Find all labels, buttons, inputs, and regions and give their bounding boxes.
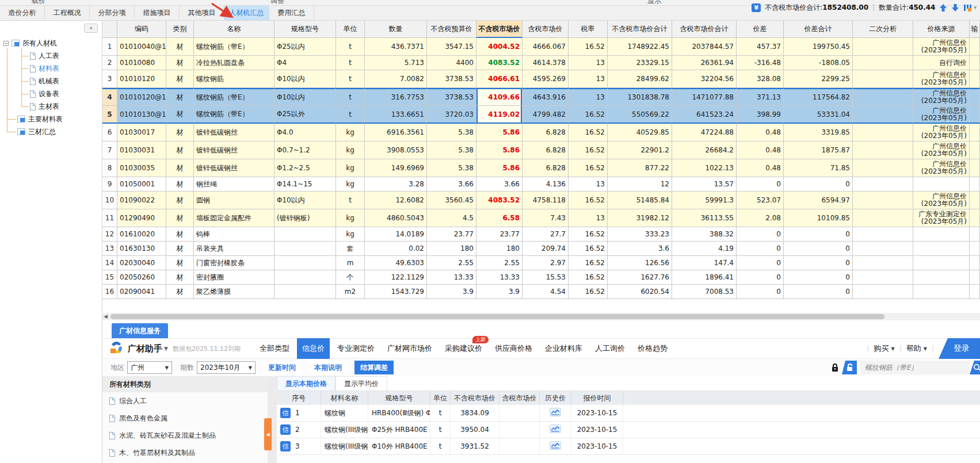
grid-cell-name[interactable]: 螺纹钢筋（带E） [194, 38, 274, 56]
grid-cell-diff[interactable]: 0 [737, 177, 784, 192]
grid-cell-market[interactable]: 5.86 [476, 159, 523, 177]
grid-cell-mtotal[interactable]: 1627.76 [608, 270, 672, 285]
info-badge[interactable]: 信 [280, 424, 291, 435]
grid-cell-qty[interactable]: 316.7753 [365, 88, 427, 106]
grid-cell-budget[interactable]: 13.33 [427, 270, 476, 285]
grid-cell-code[interactable]: 01010120@1 [117, 88, 166, 106]
grid-cell-name[interactable]: 墙板固定金属配件 [194, 209, 274, 227]
grid-cell-cat[interactable]: 材 [166, 70, 194, 88]
grid-cell-spec[interactable]: Φ10以内 [274, 192, 336, 209]
price-header-单位[interactable]: 单位 [430, 391, 451, 405]
grid-cell-mtotal[interactable]: 22901.2 [608, 141, 672, 159]
grid-cell-diff[interactable]: 398.99 [737, 106, 784, 124]
history-chart-icon[interactable] [550, 424, 561, 435]
grid-cell-extra[interactable] [970, 242, 980, 256]
gcl-menu-企业材料库[interactable]: 企业材料库 [540, 338, 588, 359]
gcl-menu-专业测定价[interactable]: 专业测定价 [332, 338, 380, 359]
grid-cell-rate[interactable]: 13 [569, 88, 608, 106]
sidebar-item-主要材料表[interactable]: 主要材料表 [17, 113, 63, 125]
grid-cell-unit[interactable]: kg [336, 177, 365, 192]
grid-cell-extra[interactable] [970, 124, 980, 141]
grid-cell-spec[interactable]: Φ1.2~2.5 [274, 159, 336, 177]
grid-cell-market[interactable]: 5.86 [476, 124, 523, 141]
grid-cell-mtotal[interactable]: 1301838.78 [608, 88, 672, 106]
grid-cell-qty[interactable]: 3908.0553 [365, 141, 427, 159]
gcl-menu-广材网市场价[interactable]: 广材网市场价 [382, 338, 437, 359]
help-menu[interactable]: 帮助▼ [906, 343, 927, 354]
grid-cell-rate[interactable]: 16.52 [569, 285, 608, 299]
grid-cell-mtotal[interactable]: 1748922.45 [608, 38, 672, 56]
grid-cell-rate[interactable]: 16.52 [569, 159, 608, 177]
grid-cell-rate[interactable]: 16.52 [569, 192, 608, 209]
grid-horizontal-scrollbar[interactable]: ◀ [102, 313, 980, 320]
grid-cell-ttotal[interactable]: 32204.56 [672, 70, 737, 88]
move-up-icon[interactable] [939, 3, 947, 12]
grid-header-规格型号[interactable]: 规格型号 [274, 21, 336, 38]
panel-collapse-handle[interactable]: ◀ [264, 418, 272, 450]
grid-cell-name[interactable]: 镀锌低碳钢丝 [194, 124, 274, 141]
grid-cell-second[interactable] [853, 227, 913, 242]
grid-cell-ttotal[interactable]: 4.19 [672, 242, 737, 256]
sidebar-item-材料表[interactable]: 材料表 [30, 62, 59, 75]
grid-header-二次分析[interactable]: 二次分析 [853, 21, 913, 38]
grid-cell-spec[interactable]: Φ10以内 [274, 88, 336, 106]
grid-cell-dtotal[interactable]: 199750.45 [784, 38, 853, 56]
grid-cell-dtotal[interactable]: 3319.85 [784, 124, 853, 141]
sidebar-item-三材汇总[interactable]: 三材汇总 [17, 125, 56, 138]
grid-cell-mtotal[interactable]: 40529.85 [608, 124, 672, 141]
grid-cell-second[interactable] [853, 270, 913, 285]
grid-header-名称[interactable]: 名称 [194, 21, 274, 38]
grid-cell-rownum[interactable]: 2 [102, 56, 117, 70]
grid-cell-second[interactable] [853, 285, 913, 299]
lock-open-icon[interactable] [842, 361, 857, 374]
grid-cell-code[interactable]: 01030017 [117, 124, 166, 141]
grid-cell-dtotal[interactable]: 2299.25 [784, 70, 853, 88]
grid-row[interactable]: 1001090022材圆钢Φ10以内t12.60823560.454083.52… [102, 192, 980, 209]
grid-cell-extra[interactable] [970, 38, 980, 56]
price-header-报价时间[interactable]: 报价时间 [571, 391, 623, 405]
grid-cell-rate[interactable]: 16.52 [569, 38, 608, 56]
grid-cell-unit[interactable]: kg [336, 209, 365, 227]
grid-cell-source[interactable] [913, 285, 970, 299]
grid-cell-extra[interactable] [970, 209, 980, 227]
grid-cell-extra[interactable] [970, 227, 980, 242]
grid-cell-unit[interactable]: m2 [336, 285, 365, 299]
grid-cell-taxed[interactable]: 4.54 [523, 285, 569, 299]
grid-header-单位[interactable]: 单位 [336, 21, 365, 38]
grid-cell-code[interactable]: 01050001 [117, 177, 166, 192]
grid-cell-mtotal[interactable]: 28499.62 [608, 70, 672, 88]
grid-cell-cat[interactable]: 材 [166, 256, 194, 270]
grid-cell-extra[interactable] [970, 56, 980, 70]
grid-cell-unit[interactable]: t [336, 106, 365, 124]
price-header-含税市场价[interactable]: 含税市场价 [499, 391, 540, 405]
grid-cell-spec[interactable]: Φ10以内 [274, 70, 336, 88]
grid-cell-mtotal[interactable]: 550569.22 [608, 106, 672, 124]
grid-cell-dtotal[interactable]: 6594.97 [784, 192, 853, 209]
grid-cell-source[interactable] [913, 177, 970, 192]
grid-cell-code[interactable]: 01610020 [117, 227, 166, 242]
grid-cell-taxed[interactable]: 15.53 [523, 270, 569, 285]
grid-cell-cat[interactable]: 材 [166, 192, 194, 209]
grid-cell-unit[interactable]: kg [336, 159, 365, 177]
price-header-序号[interactable]: 序号 [277, 391, 321, 405]
grid-cell-rownum[interactable]: 15 [102, 270, 117, 285]
price-row[interactable]: 信3螺纹钢(III级钢)Φ10外 HRB400Et3931.522023-10-… [277, 438, 980, 455]
grid-cell-unit[interactable]: t [336, 88, 365, 106]
grid-cell-spec[interactable] [274, 256, 336, 270]
grid-cell-rownum[interactable]: 9 [102, 177, 117, 192]
price-row[interactable]: 信2螺纹钢(III级钢)Φ25外 HRB400Et3950.042023-10-… [277, 422, 980, 438]
grid-cell-dtotal[interactable]: 71.85 [784, 159, 853, 177]
grid-cell-taxed[interactable]: 4.136 [523, 177, 569, 192]
grid-cell-mtotal[interactable]: 6020.54 [608, 285, 672, 299]
grid-cell-extra[interactable] [970, 177, 980, 192]
grid-cell-extra[interactable] [970, 70, 980, 88]
grid-row[interactable]: 1301630130材吊装夹具套0.02180180209.7416.523.6… [102, 242, 980, 256]
category-item[interactable]: 黑色及有色金属 [102, 410, 268, 427]
grid-row[interactable]: 1101290490材墙板固定金属配件(镀锌钢板)kg4860.50434.56… [102, 209, 980, 227]
grid-cell-taxed[interactable]: 7.43 [523, 209, 569, 227]
grid-cell-cat[interactable]: 材 [166, 227, 194, 242]
grid-cell-code[interactable]: 01630130 [117, 242, 166, 256]
price-header-不含税市场价[interactable]: 不含税市场价 [451, 391, 499, 405]
sidebar-item-机械表[interactable]: 机械表 [30, 75, 59, 87]
grid-cell-market[interactable]: 3.9 [476, 285, 523, 299]
